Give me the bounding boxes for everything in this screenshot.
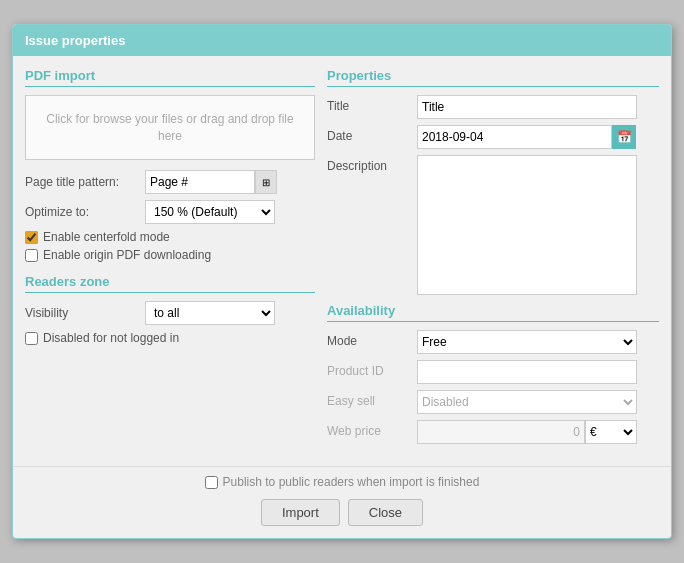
pdf-drop-zone[interactable]: Click for browse your files or drag and …: [25, 95, 315, 160]
properties-label: Properties: [327, 68, 659, 87]
footer-buttons: Import Close: [261, 499, 423, 526]
visibility-select[interactable]: to all: [145, 301, 275, 325]
mode-row: Mode Free Paid: [327, 330, 659, 354]
web-price-field-group: € $ £: [417, 420, 637, 444]
optimize-row: Optimize to: 150 % (Default): [25, 200, 315, 224]
title-row: Title: [327, 95, 659, 119]
description-label: Description: [327, 155, 417, 173]
product-id-row: Product ID: [327, 360, 659, 384]
title-label: Title: [327, 95, 417, 113]
readers-section: Readers zone Visibility to all Disabled …: [25, 274, 315, 345]
left-panel: PDF import Click for browse your files o…: [25, 68, 315, 450]
description-textarea[interactable]: [417, 155, 637, 295]
web-price-label: Web price: [327, 420, 417, 438]
dialog-body: PDF import Click for browse your files o…: [13, 56, 671, 462]
calendar-icon: 📅: [617, 130, 632, 144]
publish-checkbox-row: Publish to public readers when import is…: [205, 475, 480, 489]
pdf-import-label: PDF import: [25, 68, 315, 87]
page-title-pattern-input[interactable]: [145, 170, 255, 194]
web-price-input[interactable]: [417, 420, 585, 444]
close-button[interactable]: Close: [348, 499, 423, 526]
optimize-label: Optimize to:: [25, 205, 145, 219]
title-input[interactable]: [417, 95, 637, 119]
publish-label: Publish to public readers when import is…: [223, 475, 480, 489]
date-label: Date: [327, 125, 417, 143]
easy-sell-label: Easy sell: [327, 390, 417, 408]
calendar-icon-button[interactable]: 📅: [612, 125, 636, 149]
easy-sell-select[interactable]: Disabled Enabled: [417, 390, 637, 414]
issue-properties-dialog: Issue properties PDF import Click for br…: [12, 24, 672, 539]
origin-pdf-checkbox[interactable]: [25, 249, 38, 262]
origin-pdf-label: Enable origin PDF downloading: [43, 248, 211, 262]
optimize-select[interactable]: 150 % (Default): [145, 200, 275, 224]
date-row: Date 📅: [327, 125, 659, 149]
disabled-checkbox[interactable]: [25, 332, 38, 345]
description-row: Description: [327, 155, 659, 295]
centerfold-row: Enable centerfold mode: [25, 230, 315, 244]
availability-label: Availability: [327, 303, 659, 322]
readers-zone-label: Readers zone: [25, 274, 315, 293]
visibility-row: Visibility to all: [25, 301, 315, 325]
visibility-label: Visibility: [25, 306, 145, 320]
centerfold-label: Enable centerfold mode: [43, 230, 170, 244]
dialog-title: Issue properties: [13, 25, 671, 56]
drop-zone-text: Click for browse your files or drag and …: [34, 111, 306, 145]
mode-select[interactable]: Free Paid: [417, 330, 637, 354]
product-id-label: Product ID: [327, 360, 417, 378]
pattern-icon: ⊞: [262, 177, 270, 188]
disabled-label: Disabled for not logged in: [43, 331, 179, 345]
easy-sell-row: Easy sell Disabled Enabled: [327, 390, 659, 414]
date-field-group: 📅: [417, 125, 636, 149]
centerfold-checkbox[interactable]: [25, 231, 38, 244]
availability-section: Availability Mode Free Paid Product ID E…: [327, 303, 659, 444]
dialog-footer: Publish to public readers when import is…: [13, 466, 671, 538]
product-id-input[interactable]: [417, 360, 637, 384]
disabled-row: Disabled for not logged in: [25, 331, 315, 345]
date-input[interactable]: [417, 125, 612, 149]
web-price-row: Web price € $ £: [327, 420, 659, 444]
right-panel: Properties Title Date 📅 Description: [327, 68, 659, 450]
currency-select[interactable]: € $ £: [585, 420, 637, 444]
pattern-button[interactable]: ⊞: [255, 170, 277, 194]
origin-pdf-row: Enable origin PDF downloading: [25, 248, 315, 262]
mode-label: Mode: [327, 330, 417, 348]
page-title-pattern-row: Page title pattern: ⊞: [25, 170, 315, 194]
page-title-pattern-label: Page title pattern:: [25, 175, 145, 189]
publish-checkbox[interactable]: [205, 476, 218, 489]
import-button[interactable]: Import: [261, 499, 340, 526]
